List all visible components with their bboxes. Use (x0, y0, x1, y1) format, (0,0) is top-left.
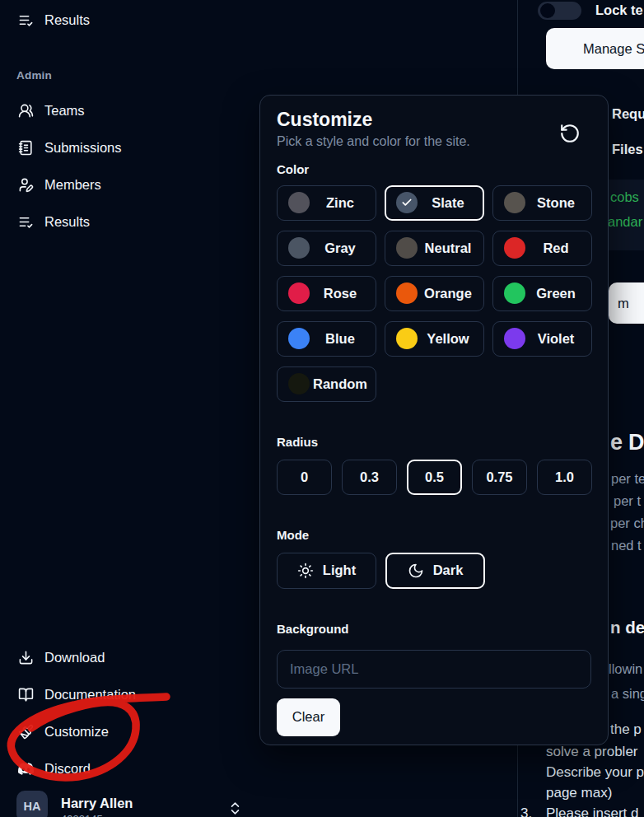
radius-section-label: Radius (277, 435, 591, 449)
color-swatch (288, 328, 310, 349)
mode-option-light[interactable]: Light (277, 553, 376, 589)
list-check-icon (18, 214, 34, 230)
body-line: Describe your p (546, 764, 644, 781)
color-option-label: Orange (418, 286, 478, 301)
details-heading: e De (610, 430, 644, 455)
sidebar-item-customize[interactable]: Customize (0, 717, 262, 746)
sun-icon (297, 563, 314, 579)
user-pen-icon (18, 177, 34, 193)
sidebar-item-members[interactable]: Members (0, 170, 262, 199)
background-section-label: Background (277, 622, 591, 636)
notebook-icon (18, 140, 34, 156)
definition-line: llowin (609, 661, 642, 677)
user-name: Harry Allen (61, 796, 133, 811)
check-icon (401, 197, 413, 208)
color-option-orange[interactable]: Orange (385, 276, 484, 311)
radius-option-0.3[interactable]: 0.3 (342, 460, 397, 495)
sidebar-item-results[interactable]: Results (0, 5, 262, 35)
details-line: per t (614, 493, 641, 509)
color-swatch (504, 282, 525, 304)
user-detail: 4932145 (61, 813, 103, 817)
sidebar-item-documentation[interactable]: Documentation (0, 679, 262, 709)
avatar: HA (16, 791, 48, 817)
color-option-red[interactable]: Red (492, 231, 592, 266)
body-line: the p (610, 721, 642, 738)
sidebar-item-discord[interactable]: Discord (0, 754, 262, 783)
manage-submissions-button[interactable]: Manage Sub (546, 28, 644, 69)
sidebar-item-label: Members (44, 177, 101, 193)
image-url-input[interactable] (277, 650, 591, 689)
color-option-green[interactable]: Green (492, 276, 592, 311)
body-line: page max) (546, 785, 612, 801)
book-open-icon (18, 687, 34, 703)
sidebar-item-label: Results (44, 12, 90, 28)
app-screen: Results Admin Teams Submissions Members … (0, 0, 644, 817)
color-option-neutral[interactable]: Neutral (385, 231, 484, 266)
lock-toggle[interactable] (538, 2, 581, 20)
submit-button[interactable]: m (609, 282, 644, 324)
file-link[interactable]: andar (608, 214, 642, 230)
rotate-ccw-icon (559, 123, 581, 144)
discord-icon (18, 761, 34, 777)
user-menu[interactable]: HA Harry Allen 4932145 (0, 784, 262, 817)
color-option-blue[interactable]: Blue (277, 321, 376, 357)
details-line: ned t (611, 538, 642, 553)
sidebar-item-label: Submissions (44, 140, 122, 156)
color-option-label: Red (525, 240, 586, 256)
color-swatch (504, 328, 525, 349)
sidebar-section-admin: Admin (16, 69, 52, 82)
color-option-violet[interactable]: Violet (492, 321, 592, 357)
radius-option-1.0[interactable]: 1.0 (537, 460, 592, 495)
radius-option-0.5[interactable]: 0.5 (407, 460, 462, 495)
radius-option-0[interactable]: 0 (277, 460, 332, 495)
color-option-yellow[interactable]: Yellow (385, 321, 484, 357)
color-option-rose[interactable]: Rose (277, 276, 376, 311)
mode-section-label: Mode (277, 528, 591, 542)
sidebar-item-label: Discord (44, 761, 91, 777)
color-option-label: Slate (418, 195, 478, 211)
color-option-zinc[interactable]: Zinc (277, 185, 376, 221)
color-option-label: Stone (525, 195, 586, 211)
list-line: Please insert d (546, 805, 638, 817)
color-swatch (288, 373, 310, 394)
mode-option-dark[interactable]: Dark (385, 553, 485, 589)
sidebar: Results Admin Teams Submissions Members … (0, 0, 262, 817)
reset-button[interactable] (558, 123, 581, 146)
color-option-label: Rose (310, 286, 371, 301)
sidebar-item-label: Teams (44, 103, 85, 119)
sidebar-item-label: Customize (44, 724, 109, 740)
mode-option-label: Dark (433, 563, 464, 578)
radius-options: 0 0.3 0.5 0.75 1.0 (277, 460, 591, 495)
chevrons-up-down-icon (227, 801, 243, 816)
sidebar-item-submissions[interactable]: Submissions (0, 133, 262, 162)
users-icon (18, 103, 34, 119)
color-swatch (288, 237, 310, 259)
definition-line: a sing (611, 686, 644, 702)
clear-button[interactable]: Clear (277, 698, 340, 736)
sidebar-item-results-admin[interactable]: Results (0, 207, 262, 236)
color-swatch (396, 328, 418, 349)
list-marker: 3. (520, 805, 532, 817)
color-option-label: Yellow (418, 331, 478, 347)
paintbrush-icon (18, 724, 34, 740)
mode-options: Light Dark (277, 553, 591, 589)
file-link[interactable]: cobs (610, 189, 639, 205)
color-swatch (396, 192, 418, 213)
color-option-random[interactable]: Random (277, 366, 376, 402)
color-swatch (504, 237, 525, 259)
customize-dialog: Customize Pick a style and color for the… (259, 95, 609, 745)
color-option-label: Random (310, 376, 371, 392)
color-option-label: Violet (525, 331, 586, 347)
sidebar-item-teams[interactable]: Teams (0, 96, 262, 125)
sidebar-item-download[interactable]: Download (0, 642, 262, 672)
color-swatch (288, 192, 310, 213)
color-option-label: Neutral (418, 240, 478, 256)
color-option-stone[interactable]: Stone (492, 185, 592, 221)
requirements-heading: Requ (612, 106, 644, 122)
sidebar-item-label: Results (44, 214, 90, 230)
radius-option-0.75[interactable]: 0.75 (472, 460, 527, 495)
lock-label: Lock te (595, 2, 643, 18)
color-option-gray[interactable]: Gray (277, 231, 376, 266)
color-option-label: Blue (310, 331, 371, 347)
color-option-slate[interactable]: Slate (385, 185, 484, 221)
